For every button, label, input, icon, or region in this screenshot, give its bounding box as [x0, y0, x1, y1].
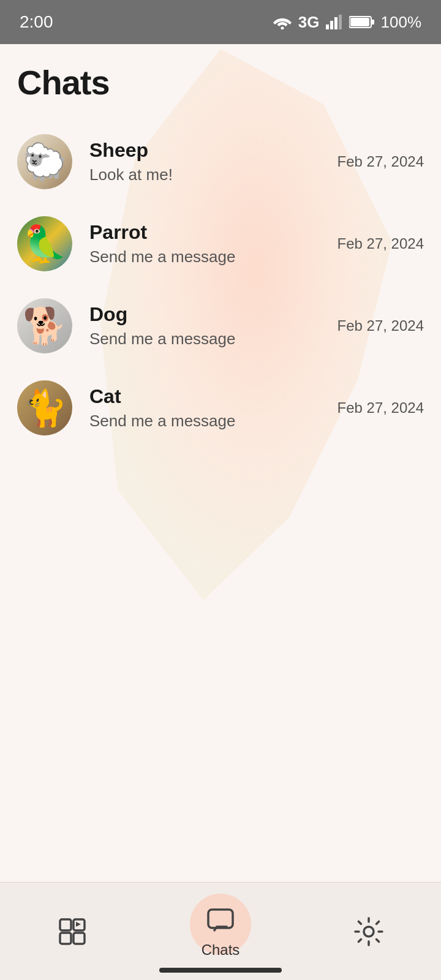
home-indicator: [159, 968, 282, 973]
status-time: 2:00: [20, 12, 53, 32]
nav-item-settings[interactable]: [334, 910, 403, 954]
network-indicator: 3G: [298, 13, 320, 32]
settings-icon: [353, 916, 385, 948]
wifi-icon: [273, 15, 292, 29]
chat-date-dog: Feb 27, 2024: [337, 317, 424, 334]
svg-rect-8: [60, 919, 71, 930]
svg-rect-9: [60, 933, 71, 944]
svg-rect-7: [350, 18, 369, 26]
svg-rect-2: [330, 21, 333, 29]
chat-preview-sheep: Look at me!: [89, 165, 325, 184]
chat-item-sheep[interactable]: 🐑 Sheep Look at me! Feb 27, 2024: [17, 121, 424, 203]
chat-item-cat[interactable]: 🐈 Cat Send me a message Feb 27, 2024: [17, 367, 424, 449]
chat-name-parrot: Parrot: [89, 221, 325, 244]
svg-rect-4: [339, 15, 342, 29]
chat-item-parrot[interactable]: 🦜 Parrot Send me a message Feb 27, 2024: [17, 203, 424, 285]
chat-item-dog[interactable]: 🐕 Dog Send me a message Feb 27, 2024: [17, 285, 424, 367]
svg-rect-1: [326, 24, 329, 29]
svg-point-0: [281, 27, 284, 30]
main-content: Chats 🐑 Sheep Look at me! Feb 27, 2024 🦜…: [0, 62, 441, 559]
status-bar: 2:00 3G 100%: [0, 0, 441, 44]
chat-name-cat: Cat: [89, 385, 325, 408]
avatar-cat-emoji: 🐈: [23, 390, 67, 426]
avatar-parrot-emoji: 🦜: [23, 226, 67, 262]
nav-item-stories[interactable]: [38, 910, 107, 954]
signal-icon: [326, 15, 343, 29]
chat-preview-cat: Send me a message: [89, 412, 325, 431]
svg-rect-6: [371, 20, 374, 24]
svg-rect-13: [208, 910, 233, 928]
status-icons: 3G 100%: [273, 13, 421, 32]
chat-date-cat: Feb 27, 2024: [337, 399, 424, 417]
svg-rect-11: [74, 933, 85, 944]
avatar-dog: 🐕: [17, 298, 72, 353]
page-title: Chats: [17, 62, 424, 102]
chat-preview-dog: Send me a message: [89, 330, 325, 349]
avatar-sheep: 🐑: [17, 134, 72, 189]
chats-icon: [205, 905, 236, 937]
chat-info-parrot: Parrot Send me a message: [89, 221, 325, 266]
battery-icon: [349, 15, 375, 29]
chat-info-dog: Dog Send me a message: [89, 303, 325, 349]
avatar-cat: 🐈: [17, 380, 72, 435]
chat-name-sheep: Sheep: [89, 139, 325, 162]
avatar-parrot: 🦜: [17, 216, 72, 271]
stories-icon: [56, 916, 88, 948]
avatar-sheep-emoji: 🐑: [23, 144, 67, 179]
svg-point-14: [364, 927, 374, 937]
chat-name-dog: Dog: [89, 303, 325, 326]
chat-info-sheep: Sheep Look at me!: [89, 139, 325, 184]
nav-item-chats[interactable]: Chats: [183, 899, 258, 965]
avatar-dog-emoji: 🐕: [23, 308, 67, 344]
battery-level: 100%: [381, 13, 422, 32]
chat-preview-parrot: Send me a message: [89, 247, 325, 266]
chat-date-sheep: Feb 27, 2024: [337, 153, 424, 170]
chat-date-parrot: Feb 27, 2024: [337, 235, 424, 252]
svg-rect-3: [334, 17, 337, 29]
nav-label-chats: Chats: [202, 941, 240, 959]
chat-info-cat: Cat Send me a message: [89, 385, 325, 431]
svg-marker-12: [76, 922, 81, 927]
bottom-nav: Chats: [0, 882, 441, 980]
chat-list: 🐑 Sheep Look at me! Feb 27, 2024 🦜 Parro…: [17, 121, 424, 449]
